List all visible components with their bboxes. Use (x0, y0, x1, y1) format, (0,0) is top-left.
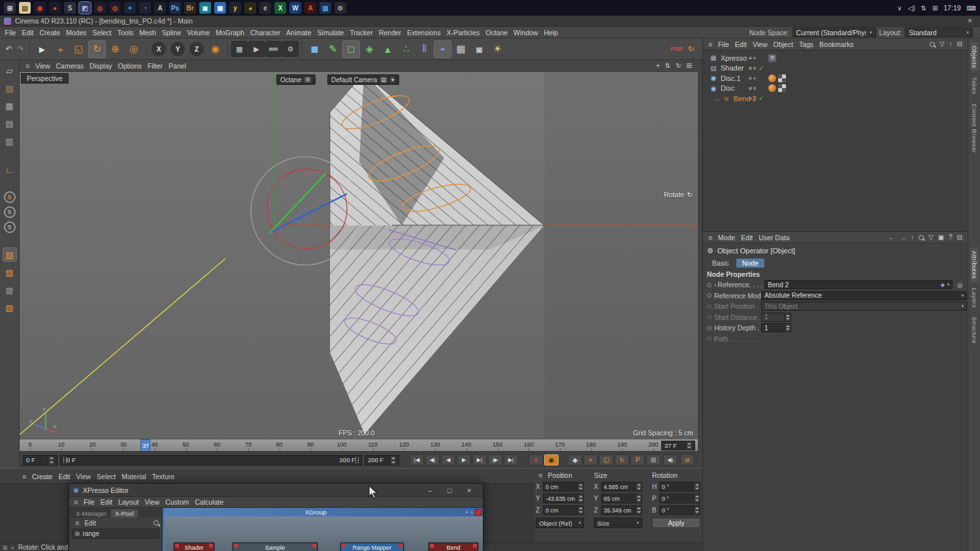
coords-menu-icon[interactable]: ≡ (536, 471, 545, 479)
search-icon[interactable] (930, 42, 935, 47)
perspective-viewport[interactable]: Perspective Octane ⚙ Default Camera ▤ ▾ … (20, 72, 698, 439)
lock-x-axis-icon[interactable]: X (152, 42, 166, 56)
keyboard-icon[interactable]: ⌨ (967, 5, 976, 12)
bridge-icon[interactable]: Br (184, 2, 196, 14)
xpresso-menu-icon[interactable]: ≡ (71, 498, 80, 506)
search-icon[interactable] (919, 235, 924, 240)
maximize-button[interactable]: □ (440, 484, 459, 496)
objects-menu-file[interactable]: File (715, 40, 732, 49)
ruler-tick-160[interactable]: 160 (524, 441, 534, 448)
reference-mode-dropdown[interactable]: Absolute Reference▾ (761, 291, 967, 300)
psr-badge-icon[interactable]: PSR (670, 46, 683, 52)
coord-size-x-field[interactable]: 4.585 cm (601, 482, 642, 492)
record-rotation-button[interactable]: ↻ (615, 454, 629, 465)
app-red-1-icon[interactable]: ◉ (34, 2, 46, 14)
coord-size-mode-dropdown[interactable]: Size▾ (594, 518, 642, 528)
chevron-down-icon[interactable]: ▾ (947, 282, 950, 287)
nav-forward-icon[interactable]: → (900, 234, 906, 241)
viewport-menu-icon[interactable]: ≡ (23, 62, 32, 70)
app-dark-y-icon[interactable]: y (229, 2, 241, 14)
xpresso-menu-edit[interactable]: Edit (97, 497, 115, 507)
path-icon[interactable]: ↑ (949, 40, 953, 48)
ruler-tick-50[interactable]: 50 (182, 441, 189, 448)
tab-basic[interactable]: Basic (706, 259, 735, 268)
ruler-tick-190[interactable]: 190 (617, 441, 627, 448)
octane-live-viewer-button[interactable]: Octane ⚙ (276, 74, 316, 85)
start-distance-field[interactable]: 1 (761, 313, 791, 322)
render-settings-icon[interactable]: ⚙ (282, 41, 299, 57)
app-chart-icon[interactable]: ▥ (319, 2, 331, 14)
reference-picker-icon[interactable]: ◎ (955, 280, 964, 289)
viewport-menu-display[interactable]: Display (87, 61, 115, 71)
render-picture-viewer-icon[interactable]: ▶ (248, 41, 265, 57)
xpresso-menu-custom[interactable]: Custom (163, 497, 192, 507)
expander-icon[interactable]: › (714, 281, 716, 289)
xpresso-tab-x-pool[interactable]: X-Pool (111, 509, 138, 518)
last-tool-torus-icon[interactable]: ◎ (125, 40, 142, 58)
ruler-tick-140[interactable]: 140 (461, 441, 471, 448)
objects-menu-bookmarks[interactable]: Bookmarks (817, 40, 857, 49)
menu-spline[interactable]: Spline (159, 28, 184, 37)
coord-position-x-field[interactable]: 0 cm (543, 482, 584, 492)
dolly-view-icon[interactable]: ⇅ (665, 62, 670, 69)
help-icon[interactable]: ? (949, 234, 953, 241)
attributes-menu-mode[interactable]: Mode (715, 233, 738, 242)
status-menu-icon[interactable]: ≡ (11, 544, 14, 551)
history-depth-field[interactable]: 1 (761, 323, 791, 332)
visibility-dots[interactable] (749, 87, 756, 90)
material-tag-icon[interactable] (768, 74, 776, 82)
viewport-menu-filter[interactable]: Filter (144, 61, 165, 71)
attributes-menu-edit[interactable]: Edit (738, 233, 756, 242)
snap-enable-icon[interactable]: S (4, 191, 16, 203)
octane-1-icon[interactable]: ◎ (94, 2, 106, 14)
app-red-2-icon[interactable]: ● (49, 2, 61, 14)
xpresso-node-shader[interactable]: Shader (174, 543, 214, 551)
xpresso-menu-file[interactable]: File (80, 497, 97, 507)
menu-x-particles[interactable]: X-Particles (444, 28, 483, 37)
default-camera-button[interactable]: Default Camera ▤ ▾ (327, 74, 399, 85)
attributes-menu-user-data[interactable]: User Data (756, 233, 792, 242)
ruler-tick-170[interactable]: 170 (555, 441, 564, 448)
object-row-shader[interactable]: ▤Shader✓ (703, 63, 968, 74)
add-floor-icon[interactable]: ▦ (452, 40, 470, 58)
xpresso-node-bend[interactable]: Bend (429, 543, 478, 551)
edges-mode-icon[interactable]: ▤ (3, 116, 17, 131)
app-blue-3-icon[interactable]: ▣ (214, 2, 226, 14)
ruler-tick-120[interactable]: 120 (399, 441, 409, 448)
viewport-menu-panel[interactable]: Panel (166, 61, 189, 71)
goto-end-button[interactable]: ▶| (504, 454, 518, 465)
edge-icon[interactable]: e (259, 2, 271, 14)
material-menu-texture[interactable]: Texture (149, 472, 177, 481)
redo-icon[interactable]: ↷ (15, 40, 26, 58)
volume-icon[interactable]: ◁) (907, 5, 915, 12)
visibility-dots[interactable] (749, 57, 756, 60)
clear-search-icon[interactable]: ⊗ (74, 530, 80, 537)
menu-window[interactable]: Window (511, 28, 541, 37)
coord-position-z-field[interactable]: 0 cm (543, 505, 584, 515)
add-mograph-icon[interactable]: ∴ (397, 40, 415, 58)
enable-axis-icon[interactable]: ∟ (3, 163, 17, 177)
snap-grid-icon[interactable]: S (4, 221, 16, 233)
sublime-icon[interactable]: S (64, 2, 76, 14)
menu-volume[interactable]: Volume (184, 28, 213, 37)
uvw-tag-icon[interactable] (778, 74, 786, 82)
ruler-tick-70[interactable]: 70 (245, 441, 252, 448)
xpresso-menu-calculate[interactable]: Calculate (192, 497, 227, 507)
xpresso-menu-view[interactable]: View (142, 497, 163, 507)
photoshop-icon[interactable]: Ps (169, 2, 181, 14)
timeline-playhead[interactable]: 37 (140, 439, 150, 451)
animation-dot[interactable] (707, 304, 711, 309)
objects-menu-edit[interactable]: Edit (732, 40, 749, 49)
app-launcher-icon[interactable]: ⊞ (4, 2, 16, 14)
apply-button[interactable]: Apply (652, 518, 700, 528)
add-deformer-icon[interactable]: ◓ (434, 40, 451, 58)
side-tab-attributes[interactable]: Attributes (970, 247, 979, 282)
menu-mesh[interactable]: Mesh (137, 28, 159, 37)
object-manager-menu-icon[interactable]: ≡ (706, 40, 715, 48)
object-row-bend-2[interactable]: ∟∪Bend 2✓ (703, 93, 968, 104)
side-tab-objects[interactable]: Objects (970, 42, 979, 71)
animation-dot[interactable] (707, 315, 711, 319)
points-mode-icon[interactable]: ▦ (3, 99, 17, 113)
add-modifier-icon[interactable]: ◈ (361, 40, 378, 58)
app-blue-2-icon[interactable]: ◔ (139, 2, 151, 14)
